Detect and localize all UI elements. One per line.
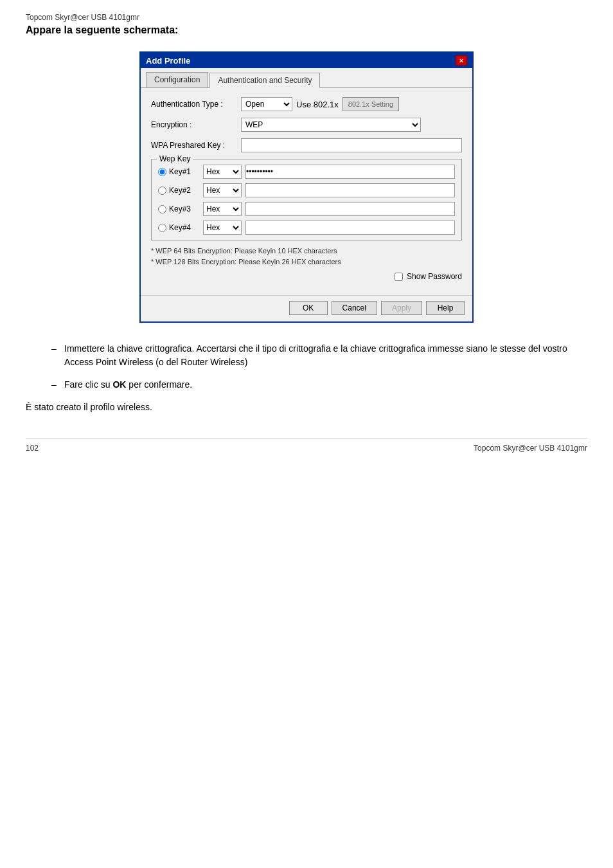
key2-radio[interactable] xyxy=(158,186,166,195)
key2-radio-label[interactable]: Key#2 xyxy=(158,186,203,195)
dialog-titlebar: Add Profile × xyxy=(141,53,472,68)
key3-radio[interactable] xyxy=(158,205,166,213)
key1-radio-label[interactable]: Key#1 xyxy=(158,167,203,176)
show-password-label: Show Password xyxy=(407,272,462,281)
key3-type-select[interactable]: Hex ASCII xyxy=(203,202,242,216)
key1-type-select[interactable]: Hex ASCII xyxy=(203,165,242,179)
bullet-item-2: Fare clic su OK per confermare. xyxy=(64,378,587,392)
key2-row: Key#2 Hex ASCII xyxy=(158,183,455,197)
key4-radio-label[interactable]: Key#4 xyxy=(158,223,203,232)
auth-type-controls: Open Shared WPA-PSK Use 802.1x 802.1x Se… xyxy=(241,97,462,111)
tab-authentication-security[interactable]: Authentication and Security xyxy=(209,73,320,88)
key3-radio-label[interactable]: Key#3 xyxy=(158,204,203,213)
bullet-list: Immettere la chiave crittografica. Accer… xyxy=(64,342,587,392)
802-setting-button[interactable]: 802.1x Setting xyxy=(342,97,399,111)
key4-value-input[interactable] xyxy=(245,221,455,235)
cancel-button[interactable]: Cancel xyxy=(332,301,377,315)
dialog-tabs: Configuration Authentication and Securit… xyxy=(141,68,472,88)
dialog-body: Authentication Type : Open Shared WPA-PS… xyxy=(141,88,472,295)
encryption-select[interactable]: WEP TKIP AES None xyxy=(241,118,421,132)
key1-radio[interactable] xyxy=(158,168,166,176)
help-button[interactable]: Help xyxy=(426,301,465,315)
show-password-row: Show Password xyxy=(151,272,462,281)
footer-brand: Topcom Skyr@cer USB 4101gmr xyxy=(474,444,587,453)
auth-type-select[interactable]: Open Shared WPA-PSK xyxy=(241,97,292,111)
encryption-row: Encryption : WEP TKIP AES None xyxy=(151,118,462,132)
wpa-label: WPA Preshared Key : xyxy=(151,141,241,150)
wpa-row: WPA Preshared Key : xyxy=(151,138,462,152)
key4-radio[interactable] xyxy=(158,224,166,232)
dialog-footer: OK Cancel Apply Help xyxy=(141,295,472,321)
wpa-controls xyxy=(241,138,462,152)
key2-label: Key#2 xyxy=(169,186,191,195)
tab-configuration[interactable]: Configuration xyxy=(146,72,208,87)
conclusion-text: È stato creato il profilo wireless. xyxy=(26,402,587,412)
hint-text: * WEP 64 Bits Encryption: Please Keyin 1… xyxy=(151,246,462,267)
auth-type-row: Authentication Type : Open Shared WPA-PS… xyxy=(151,97,462,111)
wpa-input[interactable] xyxy=(241,138,462,152)
key2-type-select[interactable]: Hex ASCII xyxy=(203,183,242,197)
bullet2-suffix: per confermare. xyxy=(126,379,192,390)
page-footer: 102 Topcom Skyr@cer USB 4101gmr xyxy=(26,438,587,453)
page-header-large: Appare la seguente schermata: xyxy=(26,24,587,36)
key1-value-input[interactable] xyxy=(245,165,455,179)
key2-value-input[interactable] xyxy=(245,183,455,197)
page-header-small: Topcom Skyr@cer USB 4101gmr xyxy=(26,13,587,22)
use-802-label: Use 802.1x xyxy=(296,100,339,109)
hint2: * WEP 128 Bits Encryption: Please Keyin … xyxy=(151,257,462,267)
apply-button[interactable]: Apply xyxy=(381,301,422,315)
key4-row: Key#4 Hex ASCII xyxy=(158,221,455,235)
dialog-close-button[interactable]: × xyxy=(456,55,467,66)
bullet2-prefix: Fare clic su xyxy=(64,379,112,390)
key3-value-input[interactable] xyxy=(245,202,455,216)
auth-type-label: Authentication Type : xyxy=(151,100,241,109)
add-profile-dialog: Add Profile × Configuration Authenticati… xyxy=(139,51,474,323)
hint1: * WEP 64 Bits Encryption: Please Keyin 1… xyxy=(151,246,462,257)
key4-type-select[interactable]: Hex ASCII xyxy=(203,221,242,235)
bullet2-bold: OK xyxy=(112,379,126,390)
key4-label: Key#4 xyxy=(169,223,191,232)
wep-group-legend: Wep Key xyxy=(157,154,193,163)
key1-row: Key#1 Hex ASCII xyxy=(158,165,455,179)
bullet-item-1: Immettere la chiave crittografica. Accer… xyxy=(64,342,587,369)
dialog-title: Add Profile xyxy=(146,56,190,66)
encryption-controls: WEP TKIP AES None xyxy=(241,118,462,132)
encryption-label: Encryption : xyxy=(151,120,241,129)
wep-key-group: Wep Key Key#1 Hex ASCII Key#2 xyxy=(151,159,462,240)
key3-label: Key#3 xyxy=(169,204,191,213)
key3-row: Key#3 Hex ASCII xyxy=(158,202,455,216)
show-password-checkbox[interactable] xyxy=(395,273,403,281)
page-number: 102 xyxy=(26,444,39,453)
bullet1-text: Immettere la chiave crittografica. Accer… xyxy=(64,343,567,367)
ok-button[interactable]: OK xyxy=(289,301,328,315)
key1-label: Key#1 xyxy=(169,167,191,176)
